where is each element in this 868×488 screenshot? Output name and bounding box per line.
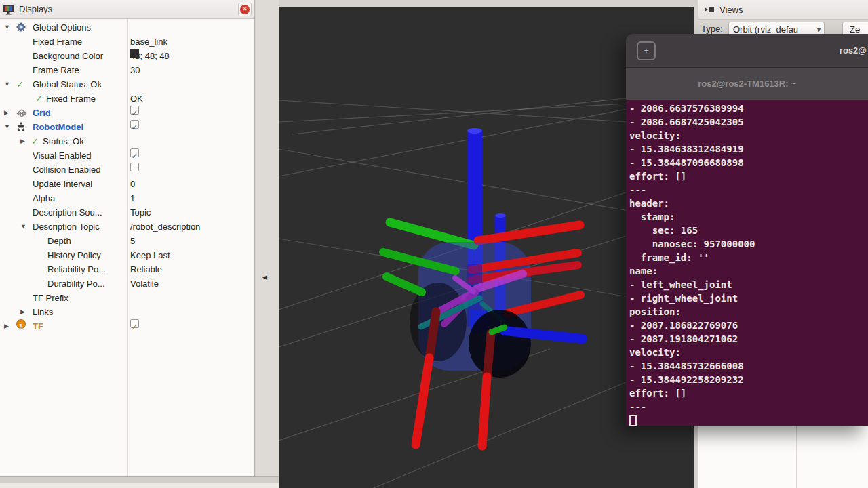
tf-leg-2-shaded [487, 333, 491, 378]
property-label: Fixed Frame [33, 35, 82, 49]
property-label: Collision Enabled [33, 163, 100, 177]
close-icon: ✕ [240, 5, 250, 14]
tree-row-tf[interactable]: ▶!TF✓ [0, 319, 254, 333]
displays-panel-header: Displays ✕ [0, 0, 254, 19]
terminal-line: - right_wheel_joint [629, 291, 868, 305]
terminal-line: sec: 165 [629, 224, 868, 237]
property-label: Description Sou... [33, 205, 102, 220]
terminal-line: - 15.384638312484919 [629, 142, 868, 156]
property-label: TF [33, 319, 43, 333]
tf-y-axis-1 [390, 222, 474, 245]
gear-icon [16, 20, 26, 35]
tree-row-reliability-po[interactable]: Reliability Po...Reliable [0, 262, 254, 277]
tree-row-tf-prefix[interactable]: TF Prefix [0, 291, 254, 305]
property-label: Durability Po... [47, 277, 105, 291]
terminal-line: - 2086.6637576389994 [629, 102, 868, 115]
terminal-tab-bar[interactable]: ros2@ros2-TM1613R: ~ [626, 68, 868, 100]
terminal-line: - 2087.191804271062 [629, 332, 868, 346]
expand-arrow-icon[interactable]: ▶ [4, 319, 9, 333]
property-label: Alpha [33, 191, 55, 205]
enabled-checkbox[interactable]: ✓ [130, 319, 139, 328]
panel-gap: ◀ [256, 0, 279, 476]
property-label: Status: Ok [43, 134, 84, 148]
terminal-window-title: ros2@ [840, 34, 867, 68]
property-label: Background Color [33, 49, 103, 63]
views-panel-header: Views [698, 0, 868, 20]
property-label: History Policy [47, 248, 101, 262]
property-label: RobotModel [33, 120, 83, 134]
views-icon [704, 5, 715, 14]
tree-row-frame-rate[interactable]: Frame Rate30 [0, 63, 254, 77]
tree-row-grid[interactable]: ▶Grid✓ [0, 106, 254, 120]
property-label: Description Topic [33, 220, 100, 234]
tree-row-status-ok[interactable]: ▶✓Status: Ok [0, 134, 254, 148]
tf-leg-1 [416, 358, 429, 445]
terminal-line: - 15.384485732666008 [629, 359, 868, 373]
tree-row-fixed-frame[interactable]: ✓Fixed FrameOK [0, 92, 254, 106]
expand-arrow-icon[interactable]: ▶ [20, 305, 25, 319]
collapse-arrow-icon[interactable]: ▼ [4, 77, 10, 92]
property-label: Grid [33, 106, 51, 120]
terminal-line: frame_id: '' [629, 251, 868, 264]
property-value-text: Topic [130, 205, 151, 220]
tree-row-fixed-frame[interactable]: Fixed Framebase_link [0, 35, 254, 49]
displays-icon [3, 4, 14, 15]
tree-row-description-sou[interactable]: Description Sou...Topic [0, 205, 254, 220]
property-label: Fixed Frame [46, 92, 96, 106]
terminal-line: - 15.384492258209232 [629, 373, 868, 386]
property-value-text: 48; 48; 48 [130, 49, 170, 63]
terminal-line: - 2086.6687425042305 [629, 115, 868, 129]
terminal-line: - 2087.186822769076 [629, 319, 868, 332]
expand-arrow-icon[interactable]: ▶ [20, 134, 25, 148]
property-label: Global Status: Ok [33, 77, 102, 92]
tree-row-history-policy[interactable]: History PolicyKeep Last [0, 248, 254, 262]
terminal-cursor [629, 415, 637, 426]
enabled-checkbox[interactable]: ✓ [130, 120, 139, 129]
enabled-checkbox[interactable]: ✓ [130, 106, 139, 115]
panel-collapse-handle[interactable]: ◀ [262, 274, 267, 281]
grid-icon [16, 106, 27, 120]
property-label: Links [33, 305, 53, 319]
property-value-text: 1 [130, 191, 135, 205]
terminal-line: - 15.384487096680898 [629, 156, 868, 169]
tree-row-collision-enabled[interactable]: Collision Enabled [0, 163, 254, 177]
terminal-window[interactable]: + ros2@ ros2@ros2-TM1613R: ~ - 2086.6637… [626, 34, 868, 426]
property-value-text: /robot_description [130, 220, 200, 234]
displays-panel-title: Displays [19, 4, 52, 14]
terminal-line: velocity: [629, 346, 868, 359]
tree-row-links[interactable]: ▶Links [0, 305, 254, 319]
property-value-text: Volatile [130, 277, 159, 291]
terminal-tab-title: ros2@ros2-TM1613R: ~ [698, 79, 796, 89]
terminal-line: velocity: [629, 129, 868, 142]
terminal-output[interactable]: - 2086.6637576389994- 2086.6687425042305… [626, 100, 868, 426]
property-label: Depth [47, 234, 71, 248]
property-label: Reliability Po... [47, 262, 106, 277]
collapse-arrow-icon[interactable]: ▼ [20, 220, 26, 234]
property-label: TF Prefix [33, 291, 68, 305]
tree-row-description-topic[interactable]: ▼Description Topic/robot_description [0, 220, 254, 234]
terminal-line: --- [629, 400, 868, 413]
collapse-arrow-icon[interactable]: ▼ [4, 120, 10, 134]
tree-row-robotmodel[interactable]: ▼RobotModel✓ [0, 120, 254, 134]
tree-row-background-color[interactable]: Background Color48; 48; 48 [0, 49, 254, 63]
tree-row-visual-enabled[interactable]: Visual Enabled✓ [0, 148, 254, 163]
expand-arrow-icon[interactable]: ▶ [4, 106, 9, 120]
tree-row-update-interval[interactable]: Update Interval0 [0, 177, 254, 191]
new-tab-button[interactable]: + [637, 41, 656, 60]
property-value-text: 0 [130, 177, 135, 191]
tree-row-depth[interactable]: Depth5 [0, 234, 254, 248]
terminal-line: stamp: [629, 210, 868, 224]
tree-row-global-options[interactable]: ▼Global Options [0, 20, 254, 35]
property-label: Update Interval [33, 177, 92, 191]
tree-row-durability-po[interactable]: Durability Po...Volatile [0, 277, 254, 291]
tree-row-global-status-ok[interactable]: ▼✓Global Status: Ok [0, 77, 254, 92]
tree-row-alpha[interactable]: Alpha1 [0, 191, 254, 205]
terminal-line: effort: [] [629, 169, 868, 183]
collapse-arrow-icon[interactable]: ▼ [4, 20, 10, 35]
property-label: Global Options [33, 20, 91, 35]
robot-icon [16, 120, 26, 134]
enabled-checkbox[interactable]: ✓ [130, 148, 139, 157]
enabled-checkbox[interactable] [130, 163, 139, 171]
tf-leg-2 [482, 377, 487, 446]
close-displays-button[interactable]: ✕ [238, 3, 252, 16]
